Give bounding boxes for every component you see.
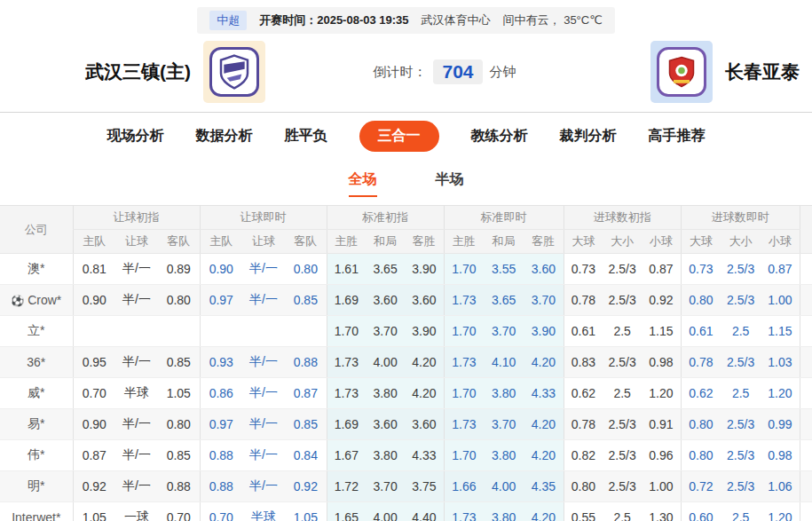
sub-col-header: 客队: [285, 230, 327, 254]
odds-cell: 3.90: [405, 254, 444, 285]
home-badge-shield-icon: [209, 47, 259, 97]
odds-cell: [158, 316, 200, 347]
odds-cell: 1.73: [327, 347, 366, 378]
filler-cell: [800, 285, 812, 316]
group-header-standard-live: 标准即时: [444, 206, 564, 230]
odds-cell: 0.93: [200, 347, 242, 378]
top-info-bar: 中超 开赛时间：2025-08-03 19:35 武汉体育中心 间中有云， 35…: [0, 0, 812, 34]
odds-cell: 0.90: [73, 409, 115, 440]
odds-cell: 0.78: [564, 409, 603, 440]
subtab-full-match[interactable]: 全场: [349, 170, 377, 197]
sub-col-header: 大球: [681, 230, 721, 254]
odds-cell: 半/一: [115, 440, 158, 471]
odds-cell: 4.33: [405, 440, 444, 471]
sub-col-header: 小球: [761, 230, 800, 254]
odds-cell: 4.10: [484, 347, 524, 378]
odds-cell: 1.69: [327, 409, 366, 440]
odds-cell: 2.5: [721, 502, 761, 521]
odds-cell: 3.60: [405, 409, 444, 440]
odds-cell: 3.80: [484, 440, 524, 471]
table-row: 伟*0.87半/一0.850.88半/一0.841.673.804.331.70…: [0, 440, 812, 471]
odds-cell: 1.05: [285, 502, 327, 521]
odds-cell: 1.70: [444, 254, 484, 285]
nav-tab-scene-analysis[interactable]: 现场分析: [107, 127, 164, 146]
odds-cell: 2.5/3: [721, 409, 761, 440]
odds-cell: 0.92: [73, 471, 115, 502]
odds-cell: 0.95: [73, 347, 115, 378]
odds-cell: 4.35: [524, 471, 564, 502]
subtab-half-match[interactable]: 半场: [436, 170, 464, 197]
table-row: 明*0.92半/一0.880.88半/一0.921.723.703.751.66…: [0, 471, 812, 502]
odds-cell: 0.87: [642, 254, 681, 285]
odds-cell: 1.15: [761, 316, 800, 347]
odds-cell: 1.00: [642, 471, 681, 502]
odds-cell: 半/一: [242, 378, 285, 409]
odds-cell: 1.05: [158, 378, 200, 409]
odds-cell: 3.60: [524, 254, 564, 285]
kickoff-value: 2025-08-03 19:35: [317, 13, 408, 27]
nav-tab-three-in-one[interactable]: 三合一: [359, 121, 439, 152]
countdown-label: 倒计时：: [373, 64, 426, 81]
odds-cell: 0.92: [285, 471, 327, 502]
odds-cell: 0.90: [200, 254, 242, 285]
odds-cell: 3.65: [366, 254, 405, 285]
nav-tab-expert-picks[interactable]: 高手推荐: [649, 127, 706, 146]
odds-cell: [115, 316, 158, 347]
odds-cell: 0.88: [200, 471, 242, 502]
nav-tabs: 现场分析 数据分析 胜平负 三合一 教练分析 裁判分析 高手推荐: [0, 112, 812, 159]
odds-cell: 1.15: [642, 316, 681, 347]
odds-cell: 半/一: [115, 471, 158, 502]
odds-cell: 1.70: [444, 440, 484, 471]
odds-cell: 3.60: [366, 285, 405, 316]
odds-cell: 2.5/3: [721, 285, 761, 316]
weather-text: 间中有云， 35°C℃: [503, 12, 603, 28]
company-cell: 立*: [0, 316, 73, 347]
odds-cell: 2.5/3: [603, 471, 642, 502]
odds-cell: 1.70: [444, 378, 484, 409]
league-tag[interactable]: 中超: [209, 11, 247, 30]
odds-cell: 半/一: [242, 471, 285, 502]
group-header-handicap-initial: 让球初指: [73, 206, 200, 230]
odds-cell: 1.66: [444, 471, 484, 502]
odds-cell: 1.20: [642, 378, 681, 409]
odds-cell: 1.06: [761, 471, 800, 502]
odds-table-body: 澳*0.81半/一0.890.90半/一0.801.613.653.901.70…: [0, 254, 812, 521]
odds-cell: 0.83: [564, 347, 603, 378]
odds-cell: 0.73: [564, 254, 603, 285]
group-header-standard-initial: 标准初指: [327, 206, 444, 230]
odds-cell: 半/一: [242, 440, 285, 471]
nav-tab-data-analysis[interactable]: 数据分析: [196, 127, 253, 146]
odds-cell: 2.5: [603, 378, 642, 409]
sub-col-header: 和局: [366, 230, 405, 254]
group-header-handicap-live: 让球即时: [200, 206, 327, 230]
table-row: Interwet*1.05一球0.700.70半球1.051.654.004.4…: [0, 502, 812, 521]
company-name: 36*: [27, 355, 45, 369]
odds-cell: 0.81: [73, 254, 115, 285]
odds-cell: 1.73: [444, 285, 484, 316]
odds-cell: 半/一: [242, 254, 285, 285]
nav-tab-referee-analysis[interactable]: 裁判分析: [560, 127, 617, 146]
odds-cell: 3.60: [405, 285, 444, 316]
company-name: 威*: [28, 385, 44, 399]
odds-cell: 3.70: [366, 471, 405, 502]
filler-cell: [800, 440, 812, 471]
odds-cell: 2.5/3: [603, 285, 642, 316]
odds-cell: 半球: [242, 502, 285, 521]
odds-cell: 0.80: [158, 409, 200, 440]
odds-cell: 0.84: [285, 440, 327, 471]
odds-cell: 0.73: [681, 254, 721, 285]
sub-col-header: 让球: [115, 230, 158, 254]
odds-cell: 4.40: [405, 502, 444, 521]
odds-cell: [73, 316, 115, 347]
sub-col-header: 大小: [721, 230, 761, 254]
sub-col-header: 主胜: [444, 230, 484, 254]
company-name: Interwet*: [12, 510, 60, 521]
col-header-filler: [800, 206, 812, 254]
company-name: Crow*: [28, 293, 61, 307]
nav-tab-win-draw-lose[interactable]: 胜平负: [285, 127, 327, 146]
odds-cell: 0.72: [681, 471, 721, 502]
period-subtabs: 全场 半场: [0, 159, 812, 197]
odds-cell: 0.87: [285, 378, 327, 409]
nav-tab-coach-analysis[interactable]: 教练分析: [471, 127, 528, 146]
sub-col-header: 让球: [242, 230, 285, 254]
